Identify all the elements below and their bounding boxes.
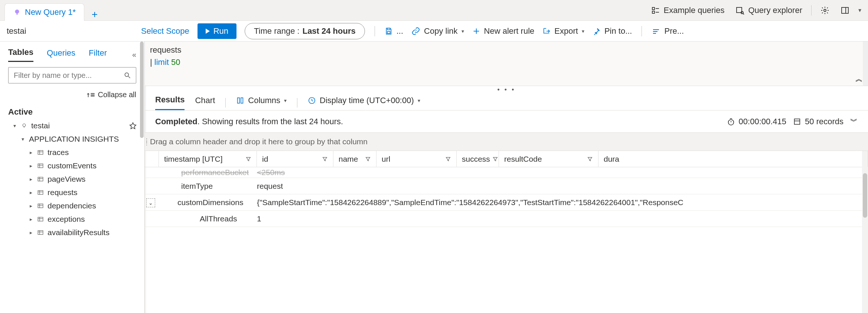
favorite-icon[interactable] <box>129 122 137 130</box>
time-range-value: Last 24 hours <box>303 26 356 36</box>
filter-icon[interactable] <box>587 156 593 162</box>
detail-row[interactable]: ⌄ customDimensions {"SampleStartTime":"1… <box>145 194 868 211</box>
duration-label: 00:00:00.415 <box>739 117 786 126</box>
panel-icon <box>841 6 849 15</box>
tree-group[interactable]: ▾ APPLICATION INSIGHTS <box>4 132 139 146</box>
tree-item-dependencies[interactable]: ▸ dependencies <box>4 199 139 212</box>
detail-row[interactable]: AllThreads 1 <box>145 211 868 227</box>
col-label: id <box>262 155 268 164</box>
scrollbar-thumb[interactable] <box>863 173 867 218</box>
col-name[interactable]: name <box>333 151 376 167</box>
scrollbar-thumb[interactable] <box>140 42 144 138</box>
collapse-pane-icon[interactable]: « <box>132 50 136 59</box>
copy-link-button[interactable]: Copy link ▾ <box>411 26 464 36</box>
chevron-down-icon: ▾ <box>582 28 584 34</box>
filter-icon[interactable] <box>445 156 451 162</box>
svg-rect-1 <box>16 14 18 15</box>
export-button[interactable]: Export ▾ <box>542 26 584 36</box>
tab-results[interactable]: Results <box>155 95 185 110</box>
tree-item-exceptions[interactable]: ▸ exceptions <box>4 212 139 226</box>
schema-filter-input[interactable] <box>8 67 136 83</box>
detail-key: AllThreads <box>200 214 237 223</box>
add-tab-button[interactable]: + <box>84 9 105 20</box>
time-range-pill[interactable]: Time range : Last 24 hours <box>245 23 365 39</box>
chevron-down-icon[interactable]: ▾ <box>858 7 861 14</box>
col-id[interactable]: id <box>257 151 333 167</box>
save-button[interactable]: ... <box>385 26 403 36</box>
divider <box>225 98 226 108</box>
collapse-all-button[interactable]: ↑≡ Collapse all <box>0 89 144 101</box>
display-time-label: Display time (UTC+00:00) <box>320 96 414 105</box>
new-alert-label: New alert rule <box>484 26 535 36</box>
pin-to-button[interactable]: Pin to... <box>593 26 632 36</box>
expand-down-icon[interactable]: ︾ <box>850 116 858 126</box>
detail-row[interactable]: performanceBucket <250ms <box>145 167 868 178</box>
col-url[interactable]: url <box>376 151 457 167</box>
filter-icon[interactable] <box>245 156 251 162</box>
table-icon <box>37 162 44 169</box>
tree-root[interactable]: ▾ testai <box>4 119 139 132</box>
settings-button[interactable] <box>818 4 832 16</box>
chevron-right-icon: ▸ <box>28 149 33 155</box>
example-queries-button[interactable]: Example queries <box>649 4 727 17</box>
query-explorer-icon <box>735 6 744 15</box>
tree-item-requests[interactable]: ▸ requests <box>4 186 139 199</box>
preview-button[interactable]: Pre... <box>652 26 684 36</box>
tab-queries[interactable]: Queries <box>47 48 75 62</box>
panel-button[interactable] <box>838 4 852 16</box>
gear-icon <box>820 6 829 15</box>
filter-icon[interactable] <box>365 156 371 162</box>
run-button[interactable]: Run <box>198 23 236 39</box>
editor-scrollbar[interactable] <box>863 42 868 86</box>
col-success[interactable]: success <box>457 151 499 167</box>
svg-rect-27 <box>38 164 43 168</box>
divider <box>375 26 375 36</box>
filter-icon[interactable] <box>492 156 498 162</box>
select-scope-button[interactable]: Select Scope <box>141 26 189 36</box>
active-heading: Active <box>0 101 144 119</box>
svg-point-9 <box>824 9 826 11</box>
query-explorer-label: Query explorer <box>748 6 802 15</box>
tree-item-traces[interactable]: ▸ traces <box>4 146 139 159</box>
tree-item-label: customEvents <box>48 161 97 170</box>
new-alert-button[interactable]: New alert rule <box>472 26 535 36</box>
columns-button[interactable]: Columns ▾ <box>236 96 287 110</box>
col-duration[interactable]: dura <box>598 151 868 167</box>
query-area: requests | limit 50 ︽ • • • Results Char… <box>145 42 868 313</box>
grip-icon[interactable]: ⋮⋮ <box>144 139 149 145</box>
tree-item-label: traces <box>48 148 69 157</box>
tab-tables[interactable]: Tables <box>8 47 33 62</box>
group-by-hint[interactable]: ⋮⋮ Drag a column header and drop it here… <box>145 132 868 151</box>
results-tabs: Results Chart Columns ▾ Display time (UT… <box>145 91 868 111</box>
tab-filter[interactable]: Filter <box>89 48 107 62</box>
svg-point-0 <box>15 10 19 14</box>
pin-icon <box>593 27 601 35</box>
detail-row[interactable]: itemType request <box>145 178 868 194</box>
save-label: ... <box>397 26 403 36</box>
col-label: name <box>339 155 358 164</box>
chevron-down-icon: ▾ <box>461 28 464 34</box>
filter-icon[interactable] <box>322 156 328 162</box>
query-tab[interactable]: New Query 1* <box>4 3 84 21</box>
expand-column <box>145 151 159 167</box>
display-time-button[interactable]: Display time (UTC+00:00) ▾ <box>308 96 420 110</box>
row-expander[interactable]: ⌄ <box>146 198 155 207</box>
tab-chart[interactable]: Chart <box>195 96 215 110</box>
split-handle[interactable]: • • • <box>145 86 868 91</box>
col-timestamp[interactable]: timestamp [UTC] <box>159 151 257 167</box>
tree-item-pageviews[interactable]: ▸ pageViews <box>4 172 139 186</box>
col-label: url <box>382 155 390 164</box>
tree-item-label: requests <box>48 188 78 197</box>
chevron-right-icon: ▸ <box>28 203 33 209</box>
save-icon <box>385 27 393 35</box>
svg-point-21 <box>23 124 26 127</box>
query-explorer-button[interactable]: Query explorer <box>733 4 805 17</box>
tree-item-customevents[interactable]: ▸ customEvents <box>4 159 139 172</box>
chevron-right-icon: ▸ <box>28 163 33 169</box>
col-resultcode[interactable]: resultCode <box>499 151 598 167</box>
tree-item-availability[interactable]: ▸ availabilityResults <box>4 226 139 239</box>
query-editor[interactable]: requests | limit 50 ︽ <box>145 42 868 86</box>
detail-value: <250ms <box>257 168 285 177</box>
collapse-editor-icon[interactable]: ︽ <box>855 73 863 84</box>
lightbulb-icon <box>21 122 27 129</box>
